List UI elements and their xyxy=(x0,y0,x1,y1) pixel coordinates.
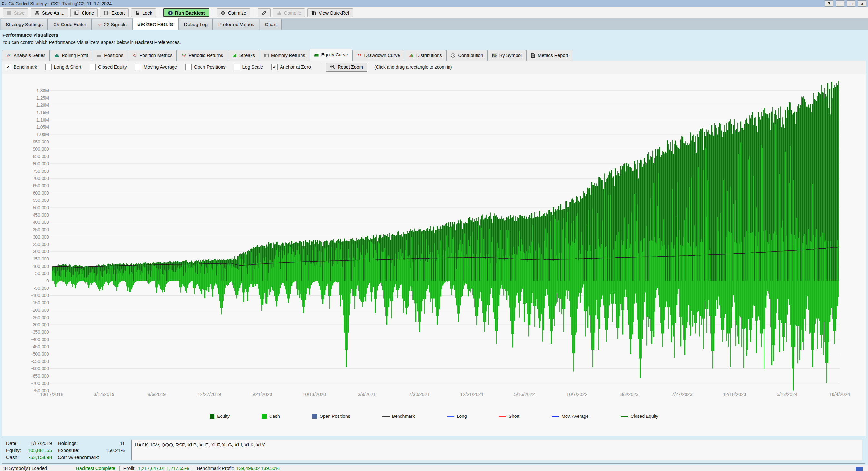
tab-backtest-results[interactable]: Backtest Results xyxy=(132,18,179,30)
info-label: Corr w/Benchmark: xyxy=(58,454,109,460)
visualizer-tab-by-symbol[interactable]: ABCDEFBy Symbol xyxy=(488,50,526,61)
button-label: Save As ... xyxy=(42,10,64,15)
save-button[interactable]: Save xyxy=(3,8,28,17)
checkbox-label: Open Positions xyxy=(194,64,225,70)
visualizer-tab-monthly-returns[interactable]: Monthly Returns xyxy=(259,50,310,61)
visualizer-tab-rolling-profit[interactable]: Rolling Profit xyxy=(50,50,92,61)
checkbox-long-short[interactable]: Long & Short xyxy=(45,64,81,70)
distrib-icon xyxy=(409,53,414,58)
tab-label: C# Code Editor xyxy=(53,22,86,27)
optimize-button[interactable]: Optimize xyxy=(217,8,250,17)
checkbox-moving-average[interactable]: Moving Average xyxy=(135,64,177,70)
view-quickref-button[interactable]: View QuickRef xyxy=(307,8,353,17)
tab-label: Backtest Results xyxy=(137,21,174,27)
benchmark-profit-value: 139,496.02 139.50% xyxy=(236,466,280,471)
run-backtest-button[interactable]: Run Backtest xyxy=(163,8,209,17)
checkbox-anchor-at-zero[interactable]: ✓Anchor at Zero xyxy=(272,64,311,70)
legend-line xyxy=(552,416,559,417)
tab-22-signals[interactable]: 22 Signals xyxy=(92,19,132,30)
tab-preferred-values[interactable]: Preferred Values xyxy=(213,19,259,30)
posmetrics-icon xyxy=(132,53,137,58)
legend-line xyxy=(382,416,390,417)
gear-icon xyxy=(221,10,226,15)
window-controls: ?—□x xyxy=(825,0,866,7)
tab-label: Positions xyxy=(104,53,123,58)
y-axis-label: 1.00M xyxy=(36,132,49,137)
legend-swatch xyxy=(210,414,214,419)
x-axis-label: 3/9/2021 xyxy=(358,392,376,397)
lock-icon xyxy=(135,10,140,15)
minimize-button[interactable]: — xyxy=(836,0,844,7)
tab-chart[interactable]: Chart xyxy=(259,19,282,30)
unchecked-box-icon[interactable] xyxy=(135,64,141,70)
backtest-preferences-link[interactable]: Backtest Preferences xyxy=(135,40,180,45)
position-info-panel: Date:1/17/2019Equity:105,881.55Cash:-53,… xyxy=(2,438,865,464)
legend-label: Closed Equity xyxy=(630,414,658,419)
visualizer-tab-equity-curve[interactable]: Equity Curve xyxy=(310,49,352,61)
lock-button[interactable]: Lock xyxy=(131,8,156,17)
visualizers-heading: Performance Visualizers xyxy=(2,32,58,38)
visualizer-tab-drawdown-curve[interactable]: Drawdown Curve xyxy=(352,50,404,61)
info-value: 1/17/2019 xyxy=(22,440,52,446)
tab-debug-log[interactable]: Debug Log xyxy=(179,19,213,30)
x-axis-label: 10/17/2018 xyxy=(40,392,64,397)
unchecked-box-icon[interactable] xyxy=(90,64,96,70)
x-axis-label: 12/18/2023 xyxy=(723,392,746,397)
tab-strategy-settings[interactable]: Strategy Settings xyxy=(1,19,48,30)
tab-label: Distributions xyxy=(416,53,442,58)
save-as-button[interactable]: Save As ... xyxy=(31,8,68,17)
visualizers-description: You can control which Performance Visual… xyxy=(2,40,181,45)
equity-curve-chart[interactable]: 1.30M1.25M1.20M1.15M1.10M1.05M1.00M950,0… xyxy=(2,73,866,436)
checkbox-benchmark[interactable]: ✓Benchmark xyxy=(5,64,37,70)
legend-label: Cash xyxy=(269,414,280,419)
unchecked-box-icon[interactable] xyxy=(234,64,240,70)
compile-button[interactable]: Compile xyxy=(273,8,305,17)
x-axis-label: 7/30/2021 xyxy=(409,392,430,397)
y-axis-label: -300,000 xyxy=(31,322,49,327)
symbols-box[interactable]: HACK, IGV, QQQ, RSP, XLB, XLE, XLF, XLG,… xyxy=(131,440,862,460)
report-icon xyxy=(530,53,535,58)
app-icon: C# xyxy=(2,1,6,6)
tab-label: Preferred Values xyxy=(218,22,254,27)
visualizer-tab-analysis-series[interactable]: Analysis Series xyxy=(2,50,50,61)
clone-button[interactable]: Clone xyxy=(70,8,98,17)
tab-label: Rolling Profit xyxy=(62,53,88,58)
tab-c-code-editor[interactable]: C# Code Editor xyxy=(48,19,92,30)
checked-box-icon[interactable]: ✓ xyxy=(5,64,11,70)
y-axis-label: -100,000 xyxy=(31,293,49,298)
maximize-button[interactable]: □ xyxy=(847,0,856,7)
close-button[interactable]: x xyxy=(858,0,866,7)
y-axis-label: 800,000 xyxy=(33,161,49,166)
checked-box-icon[interactable]: ✓ xyxy=(272,64,278,70)
visualizer-tab-positions[interactable]: Positions xyxy=(93,50,127,61)
export-button[interactable]: Export xyxy=(100,8,129,17)
resize-grip[interactable] xyxy=(856,467,863,471)
y-axis-label: 500,000 xyxy=(33,205,49,210)
link-button[interactable] xyxy=(258,8,271,17)
positions-icon xyxy=(97,53,102,58)
y-axis-label: 350,000 xyxy=(33,227,49,232)
visualizer-tab-position-metrics[interactable]: Position Metrics xyxy=(128,50,176,61)
title-bar: C# C# Coded Strategy - CS2_Trading\C2_11… xyxy=(0,0,868,7)
reset-zoom-button[interactable]: Reset Zoom xyxy=(326,63,367,71)
tab-label: Position Metrics xyxy=(139,53,172,58)
checkbox-closed-equity[interactable]: Closed Equity xyxy=(90,64,127,70)
visualizer-tab-metrics-report[interactable]: Metrics Report xyxy=(526,50,572,61)
checkbox-open-positions[interactable]: Open Positions xyxy=(185,64,225,70)
visualizer-tab-contribution[interactable]: Contribution xyxy=(446,50,487,61)
tab-label: By Symbol xyxy=(499,53,522,58)
visualizer-tab-periodic-returns[interactable]: Periodic Returns xyxy=(177,50,227,61)
button-label: Run Backtest xyxy=(175,10,205,15)
y-axis-label: -200,000 xyxy=(31,308,49,313)
checkbox-log-scale[interactable]: Log Scale xyxy=(234,64,264,70)
y-axis-label: 900,000 xyxy=(33,146,49,152)
unchecked-box-icon[interactable] xyxy=(185,64,191,70)
visualizer-tab-distributions[interactable]: Distributions xyxy=(405,50,446,61)
window-title: C# Coded Strategy - CS2_Trading\C2_11_17… xyxy=(8,1,112,6)
visualizer-tab-streaks[interactable]: Streaks xyxy=(228,50,259,61)
tab-label: Monthly Returns xyxy=(271,53,305,58)
unchecked-box-icon[interactable] xyxy=(45,64,52,70)
toolbar-divider xyxy=(213,9,213,17)
help-button[interactable]: ? xyxy=(825,0,834,7)
x-axis-label: 12/21/2021 xyxy=(460,392,484,397)
